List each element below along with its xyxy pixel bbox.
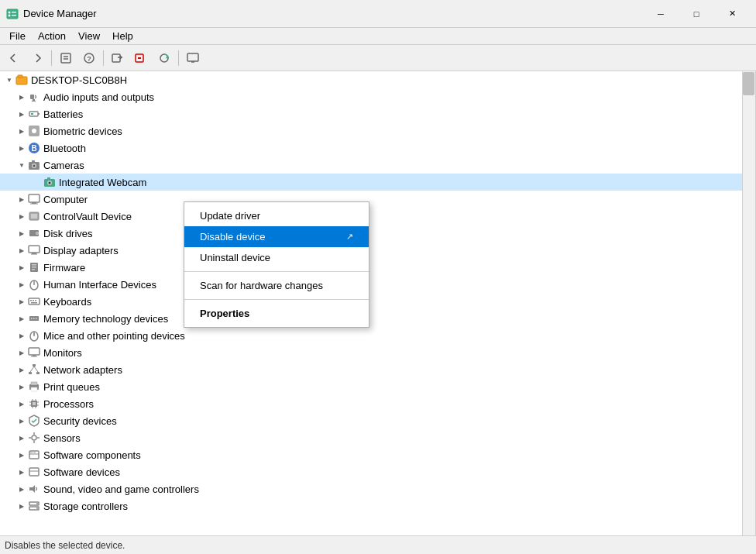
context-uninstall-device[interactable]: Uninstall device xyxy=(184,247,369,268)
svg-rect-51 xyxy=(32,264,36,266)
tree-item-display[interactable]: Display adapters xyxy=(0,242,755,259)
tree-item-storage[interactable]: Storage controllers xyxy=(0,497,755,514)
tree-item-print[interactable]: Print queues xyxy=(0,378,755,395)
minimize-button[interactable]: ─ xyxy=(643,2,679,26)
context-scan-changes[interactable]: Scan for hardware changes xyxy=(184,275,369,296)
tree-item-processors[interactable]: Processors xyxy=(0,395,755,412)
bluetooth-expand[interactable] xyxy=(15,142,28,154)
mice-expand[interactable] xyxy=(15,329,28,342)
svg-rect-73 xyxy=(36,372,40,374)
network-icon xyxy=(28,363,40,376)
tree-item-disk[interactable]: Disk drives xyxy=(0,225,755,242)
update-driver-button[interactable] xyxy=(107,48,129,68)
forward-button[interactable] xyxy=(26,48,48,68)
tree-item-hid[interactable]: Human Interface Devices xyxy=(0,276,755,293)
firmware-expand[interactable] xyxy=(15,261,28,274)
tree-item-security[interactable]: Security devices xyxy=(0,412,755,429)
close-button[interactable]: ✕ xyxy=(714,2,750,26)
display-expand[interactable] xyxy=(15,244,28,256)
svg-rect-63 xyxy=(33,318,35,319)
tree-item-webcam[interactable]: Integrated Webcam xyxy=(0,174,755,191)
print-expand[interactable] xyxy=(15,380,28,393)
monitors-icon xyxy=(28,346,40,359)
menu-action[interactable]: Action xyxy=(32,29,72,43)
display-button[interactable] xyxy=(182,48,204,68)
back-button[interactable] xyxy=(3,48,25,68)
tree-item-sensors[interactable]: Sensors xyxy=(0,429,755,446)
software-comp-icon xyxy=(28,449,40,461)
storage-expand[interactable] xyxy=(15,500,28,512)
root-icon xyxy=(15,74,28,86)
tree-item-software-comp[interactable]: Software components xyxy=(0,446,755,463)
disk-icon xyxy=(28,227,40,239)
computer-expand[interactable] xyxy=(15,193,28,205)
tree-item-bluetooth[interactable]: B Bluetooth xyxy=(0,139,755,157)
batteries-icon xyxy=(28,108,40,120)
batteries-expand[interactable] xyxy=(15,108,28,120)
tree-item-network[interactable]: Network adapters xyxy=(0,361,755,378)
menu-view[interactable]: View xyxy=(72,29,106,43)
properties-button[interactable] xyxy=(55,48,77,68)
svg-rect-5 xyxy=(61,53,70,63)
menu-help[interactable]: Help xyxy=(106,29,139,43)
disk-label: Disk drives xyxy=(43,228,93,239)
security-expand[interactable] xyxy=(15,415,28,427)
tree-item-biometric[interactable]: Biometric devices xyxy=(0,122,755,139)
tree-item-batteries[interactable]: Batteries xyxy=(0,105,755,122)
monitors-expand[interactable] xyxy=(15,346,28,359)
tree-item-audio[interactable]: Audio inputs and outputs xyxy=(0,88,755,105)
software-comp-label: Software components xyxy=(43,449,141,461)
keyboards-expand[interactable] xyxy=(15,295,28,308)
hid-expand[interactable] xyxy=(15,278,28,291)
disk-expand[interactable] xyxy=(15,227,28,239)
tree-item-controlvault[interactable]: ControlVault Device xyxy=(0,208,755,225)
controlvault-expand[interactable] xyxy=(15,210,28,222)
tree-item-computer[interactable]: Computer xyxy=(0,191,755,208)
biometric-expand[interactable] xyxy=(15,125,28,137)
keyboards-label: Keyboards xyxy=(43,296,91,308)
maximize-button[interactable]: □ xyxy=(679,2,714,26)
context-properties[interactable]: Properties xyxy=(184,303,369,324)
tree-item-keyboards[interactable]: Keyboards xyxy=(0,293,755,310)
security-icon xyxy=(28,415,40,427)
svg-rect-39 xyxy=(29,194,40,202)
memory-icon xyxy=(28,312,40,325)
processors-expand[interactable] xyxy=(15,397,28,410)
uninstall-device-label: Uninstall device xyxy=(200,252,270,263)
sensors-expand[interactable] xyxy=(15,432,28,444)
context-update-driver[interactable]: Update driver xyxy=(184,205,369,226)
tree-panel[interactable]: DESKTOP-SLC0B8H Audio inputs and outputs xyxy=(0,71,756,535)
tree-root[interactable]: DESKTOP-SLC0B8H xyxy=(0,71,755,88)
svg-point-37 xyxy=(49,182,51,184)
tree-item-cameras[interactable]: Cameras xyxy=(0,157,755,174)
tree-item-memory[interactable]: Memory technology devices xyxy=(0,310,755,327)
memory-expand[interactable] xyxy=(15,312,28,325)
hid-icon xyxy=(28,278,40,291)
menu-file[interactable]: File xyxy=(3,29,32,43)
uninstall-button[interactable] xyxy=(130,48,152,68)
scan-button[interactable] xyxy=(153,48,175,68)
svg-point-46 xyxy=(36,232,38,234)
hid-label: Human Interface Devices xyxy=(43,279,156,291)
svg-point-67 xyxy=(33,333,35,335)
sound-expand[interactable] xyxy=(15,483,28,495)
software-comp-expand[interactable] xyxy=(15,449,28,461)
scrollbar-thumb[interactable] xyxy=(743,72,754,95)
svg-rect-10 xyxy=(112,54,120,62)
software-dev-expand[interactable] xyxy=(15,466,28,478)
context-disable-device[interactable]: Disable device ↗ xyxy=(184,226,369,247)
tree-item-mice[interactable]: Mice and other pointing devices xyxy=(0,327,755,344)
network-expand[interactable] xyxy=(15,363,28,376)
audio-expand[interactable] xyxy=(15,91,28,103)
svg-rect-20 xyxy=(18,75,22,77)
tree-item-software-dev[interactable]: Software devices xyxy=(0,463,755,480)
help-button[interactable]: ? xyxy=(78,48,100,68)
tree-item-firmware[interactable]: Firmware xyxy=(0,259,755,276)
tree-item-monitors[interactable]: Monitors xyxy=(0,344,755,361)
root-expand-arrow[interactable] xyxy=(3,74,15,86)
cameras-expand[interactable] xyxy=(15,159,28,171)
scrollbar[interactable] xyxy=(742,71,755,535)
svg-rect-26 xyxy=(31,113,33,115)
tree-item-sound[interactable]: Sound, video and game controllers xyxy=(0,480,755,497)
storage-icon xyxy=(28,500,40,512)
